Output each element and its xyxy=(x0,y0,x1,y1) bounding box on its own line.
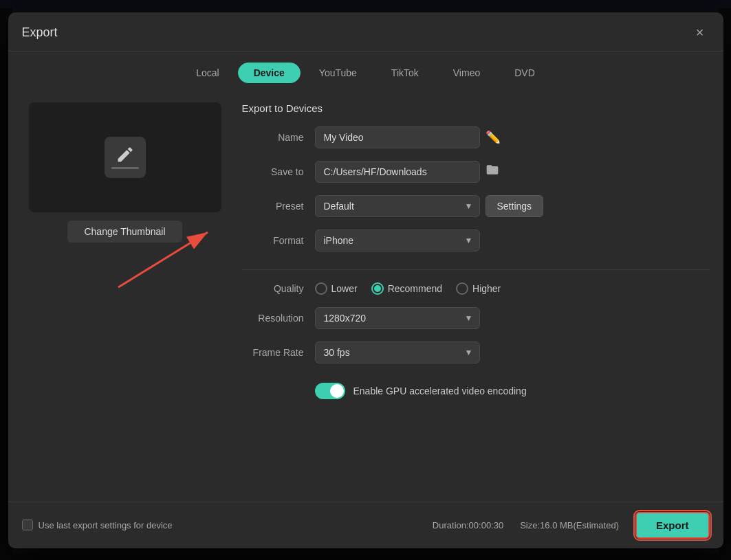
change-thumbnail-button[interactable]: Change Thumbnail xyxy=(67,221,182,243)
frame-rate-select-wrapper: 30 fps ▼ xyxy=(315,341,480,363)
edit-icon xyxy=(116,145,135,164)
left-panel: Change Thumbnail xyxy=(22,102,228,491)
export-button[interactable]: Export xyxy=(635,512,710,539)
footer-left: Use last export settings for device xyxy=(22,519,173,530)
tab-dvd[interactable]: DVD xyxy=(499,63,551,83)
name-label: Name xyxy=(242,132,304,143)
save-to-input[interactable] xyxy=(315,161,480,183)
save-to-label: Save to xyxy=(242,166,304,177)
browse-folder-button[interactable] xyxy=(485,163,499,180)
format-select[interactable]: iPhone xyxy=(315,229,480,251)
divider xyxy=(242,269,710,270)
overlay: Export × Local Device YouTube TikTok Vim… xyxy=(0,0,731,560)
last-settings-checkbox[interactable] xyxy=(22,519,33,530)
resolution-row: Resolution 1280x720 ▼ xyxy=(242,307,710,329)
thumbnail-line xyxy=(111,167,139,169)
frame-rate-select[interactable]: 30 fps xyxy=(315,341,480,363)
resolution-select-wrapper: 1280x720 ▼ xyxy=(315,307,480,329)
resolution-select[interactable]: 1280x720 xyxy=(315,307,480,329)
thumbnail-preview xyxy=(29,102,221,212)
dialog-footer: Use last export settings for device Dura… xyxy=(8,502,723,548)
settings-button[interactable]: Settings xyxy=(485,195,544,217)
gpu-toggle[interactable] xyxy=(315,383,345,399)
save-to-row: Save to xyxy=(242,161,710,183)
size-text: Size:16.0 MB(Estimated) xyxy=(520,520,619,530)
thumbnail-icon-container xyxy=(105,137,146,178)
format-select-wrapper: iPhone ▼ xyxy=(315,229,480,251)
tabs-row: Local Device YouTube TikTok Vimeo DVD xyxy=(8,52,723,91)
frame-rate-row: Frame Rate 30 fps ▼ xyxy=(242,341,710,363)
name-input[interactable] xyxy=(315,126,480,148)
folder-icon xyxy=(485,163,499,177)
right-panel: Export to Devices Name ✏️ Save to xyxy=(242,102,710,491)
frame-rate-label: Frame Rate xyxy=(242,347,304,358)
quality-higher-radio xyxy=(456,282,468,295)
resolution-label: Resolution xyxy=(242,313,304,324)
quality-lower-radio xyxy=(315,282,327,295)
export-dialog: Export × Local Device YouTube TikTok Vim… xyxy=(8,12,723,548)
dialog-body: Change Thumbnail Export to Devices xyxy=(8,91,723,502)
quality-options: Lower Recommend Higher xyxy=(315,282,501,295)
tab-device[interactable]: Device xyxy=(238,63,301,83)
gpu-toggle-label: Enable GPU accelerated video encoding xyxy=(353,385,527,396)
tab-youtube[interactable]: YouTube xyxy=(303,63,373,83)
preset-select-wrapper: Default ▼ xyxy=(315,195,480,217)
quality-lower[interactable]: Lower xyxy=(315,282,358,295)
footer-right: Duration:00:00:30 Size:16.0 MB(Estimated… xyxy=(433,512,710,539)
quality-recommend[interactable]: Recommend xyxy=(371,282,442,295)
toggle-knob xyxy=(330,384,344,398)
quality-label: Quality xyxy=(242,283,304,294)
preset-row: Preset Default ▼ Settings xyxy=(242,195,710,217)
dialog-header: Export × xyxy=(8,12,723,52)
last-settings-label: Use last export settings for device xyxy=(39,520,173,530)
tab-tiktok[interactable]: TikTok xyxy=(375,63,435,83)
quality-higher[interactable]: Higher xyxy=(456,282,501,295)
format-row: Format iPhone ▼ xyxy=(242,229,710,251)
duration-text: Duration:00:00:30 xyxy=(433,520,503,530)
preset-label: Preset xyxy=(242,201,304,212)
section-title: Export to Devices xyxy=(242,102,710,114)
name-row: Name ✏️ xyxy=(242,126,710,148)
ai-button[interactable]: ✏️ xyxy=(485,130,501,145)
quality-recommend-radio xyxy=(371,282,384,295)
quality-row: Quality Lower Recommend Higher xyxy=(242,282,710,295)
format-label: Format xyxy=(242,235,304,246)
tab-vimeo[interactable]: Vimeo xyxy=(437,63,496,83)
preset-select[interactable]: Default xyxy=(315,195,480,217)
tab-local[interactable]: Local xyxy=(180,63,234,83)
gpu-toggle-row: Enable GPU accelerated video encoding xyxy=(242,383,710,399)
dialog-title: Export xyxy=(22,25,58,40)
close-button[interactable]: × xyxy=(690,23,710,43)
